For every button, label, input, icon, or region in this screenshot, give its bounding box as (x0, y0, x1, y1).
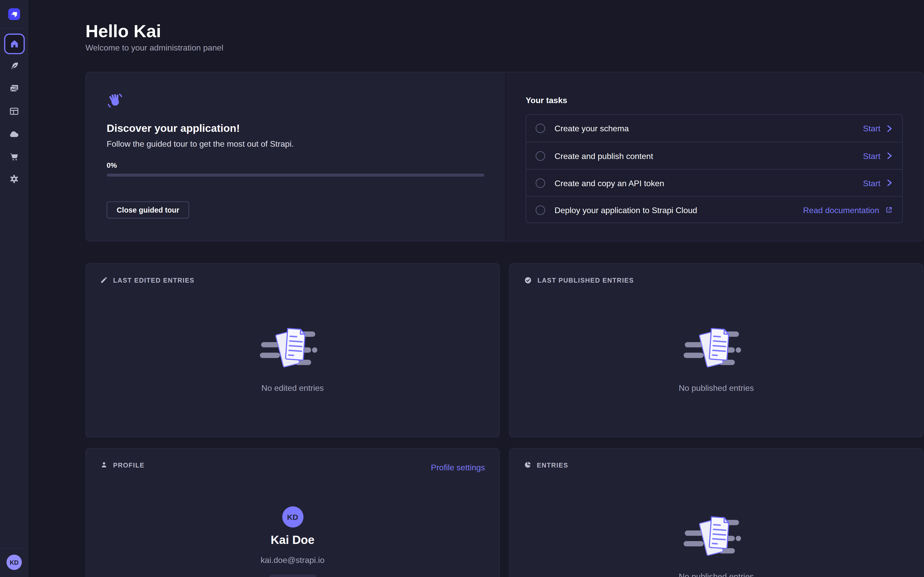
task-label: Create your schema (554, 124, 863, 133)
cloud-icon (8, 128, 20, 139)
task-row-publish-content[interactable]: Create and publish content Start (526, 142, 902, 169)
empty-state: No published entries (510, 323, 923, 393)
task-status-circle[interactable] (536, 178, 545, 188)
sidebar-item-content-type-builder[interactable] (0, 101, 28, 121)
pencil-icon (100, 276, 108, 284)
task-status-circle[interactable] (536, 151, 545, 161)
guided-tour-subtitle: Follow the guided tour to get the most o… (107, 139, 294, 148)
read-documentation-link[interactable]: Read documentation (803, 205, 893, 214)
page-subtitle: Welcome to your administration panel (86, 43, 223, 53)
task-row-api-token[interactable]: Create and copy an API token Start (526, 169, 902, 196)
card-header: PROFILE (100, 461, 144, 469)
user-avatar-initials: KD (10, 559, 19, 566)
sidebar-item-media-library[interactable] (0, 78, 28, 98)
strapi-logo[interactable] (8, 8, 20, 20)
layout-icon (9, 106, 19, 116)
sidebar-divider-top (0, 28, 28, 29)
task-status-circle[interactable] (536, 205, 545, 214)
card-header: LAST EDITED ENTRIES (100, 276, 194, 284)
card-title: PROFILE (113, 461, 144, 469)
chevron-right-icon (886, 152, 893, 160)
task-row-deploy-cloud[interactable]: Deploy your application to Strapi Cloud … (526, 196, 902, 223)
profile-email: kai.doe@strapi.io (86, 555, 499, 565)
pictures-icon (9, 83, 19, 93)
entries-card: ENTRIES No (509, 448, 924, 577)
task-action-label: Read documentation (803, 205, 879, 214)
strapi-logo-icon (8, 8, 20, 20)
empty-state-text: No published entries (678, 384, 754, 393)
empty-illustration (683, 512, 749, 559)
task-action-label: Start (863, 178, 880, 188)
main-content: Hello Kai Welcome to your administration… (28, 0, 924, 577)
guided-tour-card: Discover your application! Follow the gu… (86, 72, 924, 241)
card-title: LAST PUBLISHED ENTRIES (538, 277, 634, 284)
check-circle-icon (524, 276, 532, 284)
task-start-link[interactable]: Start (863, 151, 893, 161)
chevron-right-icon (886, 125, 893, 132)
sidebar-item-marketplace[interactable] (0, 147, 28, 167)
profile-card: PROFILE Profile settings KD Kai Doe kai.… (86, 448, 500, 577)
shopping-cart-icon (9, 151, 19, 162)
task-start-link[interactable]: Start (863, 124, 893, 133)
task-status-circle[interactable] (536, 124, 545, 133)
feather-icon (9, 61, 19, 71)
card-title: LAST EDITED ENTRIES (113, 276, 195, 284)
sidebar-item-cloud[interactable] (0, 124, 28, 143)
sidebar: KD (0, 0, 28, 577)
strapi-admin-dashboard: KD Hello Kai Welcome to your administrat… (0, 0, 924, 577)
task-start-link[interactable]: Start (863, 178, 893, 188)
chevron-right-icon (886, 179, 893, 187)
sidebar-divider-bottom (0, 548, 28, 549)
task-action-label: Start (863, 124, 880, 133)
empty-state: No published entries (510, 512, 923, 577)
task-action-label: Start (863, 151, 880, 161)
empty-state: No edited entries (86, 323, 499, 393)
documents-illustration (683, 512, 749, 559)
card-header: LAST PUBLISHED ENTRIES (524, 276, 634, 284)
task-label: Deploy your application to Strapi Cloud (554, 205, 803, 214)
guided-tour-title: Discover your application! (107, 122, 240, 135)
card-header: ENTRIES (524, 461, 568, 469)
wave-hand-icon (107, 92, 123, 109)
sidebar-item-content-manager[interactable] (0, 56, 28, 76)
profile-avatar-initials: KD (287, 513, 298, 521)
documents-illustration (260, 323, 325, 370)
documents-illustration (683, 323, 749, 370)
last-published-entries-card: LAST PUBLISHED ENTRIES (509, 263, 924, 437)
empty-state-text: No edited entries (261, 384, 324, 393)
sidebar-item-home[interactable] (4, 34, 24, 54)
empty-state-text: No published entries (678, 572, 754, 577)
guided-tour-section: Discover your application! Follow the gu… (86, 73, 505, 241)
task-label: Create and copy an API token (554, 178, 863, 188)
tasks-title: Your tasks (526, 95, 567, 105)
tasks-section: Your tasks Create your schema Start Crea… (506, 73, 923, 241)
last-edited-entries-card: LAST EDITED ENTRIES (86, 263, 500, 437)
home-icon (9, 39, 19, 49)
progress-bar (107, 174, 485, 176)
page-title: Hello Kai (86, 21, 161, 41)
profile-role-badge (269, 575, 316, 577)
gear-icon (9, 174, 19, 184)
empty-illustration (260, 323, 325, 370)
profile-avatar: KD (282, 506, 304, 527)
progress-percent: 0% (107, 161, 117, 169)
close-guided-tour-button[interactable]: Close guided tour (107, 201, 189, 219)
pie-chart-icon (524, 461, 531, 469)
user-menu-avatar[interactable]: KD (6, 555, 22, 570)
tasks-list: Create your schema Start Create and publ… (526, 114, 903, 223)
profile-settings-link[interactable]: Profile settings (431, 463, 485, 472)
empty-illustration (683, 323, 749, 370)
task-label: Create and publish content (554, 151, 863, 161)
task-row-create-schema[interactable]: Create your schema Start (526, 115, 902, 142)
card-title: ENTRIES (537, 461, 568, 469)
profile-name: Kai Doe (86, 533, 499, 547)
sidebar-item-settings[interactable] (0, 169, 28, 189)
external-link-icon (885, 206, 893, 214)
user-icon (100, 461, 108, 469)
